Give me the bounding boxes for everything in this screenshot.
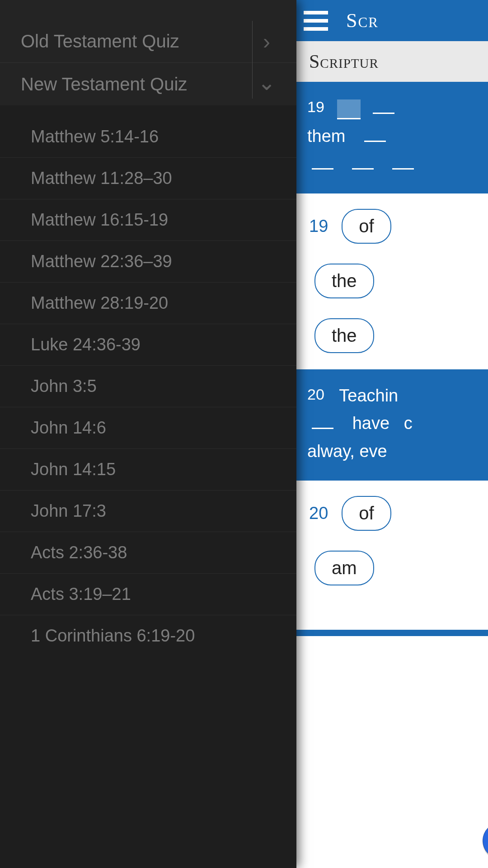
word-pool-20: 20 of am xyxy=(296,481,488,602)
main-content: Scr Scriptur 19 them 19 of the the 20 Te… xyxy=(296,0,488,868)
page-title: Scriptur xyxy=(309,51,379,72)
list-item[interactable]: Matthew 22:36–39 xyxy=(0,241,296,283)
list-item[interactable]: 1 Corinthians 6:19-20 xyxy=(0,615,296,656)
verse-text-fragment: have xyxy=(352,414,389,433)
list-item[interactable]: John 3:5 xyxy=(0,366,296,407)
verse-number: 19 xyxy=(307,98,324,115)
chevron-right-icon: › xyxy=(253,29,280,54)
hamburger-icon[interactable] xyxy=(304,5,335,37)
blank-slot[interactable] xyxy=(352,165,374,170)
list-item[interactable]: Matthew 11:28–30 xyxy=(0,158,296,199)
app-title: Scr xyxy=(346,9,379,32)
skip-button[interactable]: SKIP xyxy=(483,822,488,859)
list-item[interactable]: John 17:3 xyxy=(0,491,296,532)
vertical-divider xyxy=(252,21,253,99)
subheader: Scriptur xyxy=(296,41,488,82)
section-divider xyxy=(296,630,488,636)
navigation-drawer[interactable]: Old Testament Quiz › New Testament Quiz … xyxy=(0,0,296,868)
blank-slot[interactable] xyxy=(392,165,414,170)
blank-slot[interactable] xyxy=(312,425,333,429)
blank-slot[interactable] xyxy=(364,137,386,142)
app-header: Scr xyxy=(296,0,488,41)
list-item[interactable]: Matthew 5:14-16 xyxy=(0,113,296,158)
verse-19-block: 19 them xyxy=(296,82,488,193)
list-item[interactable]: Matthew 28:19-20 xyxy=(0,283,296,324)
list-item[interactable]: John 14:15 xyxy=(0,449,296,491)
verse-list: Matthew 5:14-16 Matthew 11:28–30 Matthew… xyxy=(0,105,296,656)
list-item[interactable]: Matthew 16:15-19 xyxy=(0,199,296,241)
word-chip-am[interactable]: am xyxy=(314,551,374,585)
verse-text-fragment: them xyxy=(307,127,345,146)
section-label: New Testament Quiz xyxy=(21,74,187,94)
verse-text-fragment: Teachin xyxy=(339,386,398,405)
list-item[interactable]: Acts 3:19–21 xyxy=(0,574,296,615)
verse-text-fragment: c xyxy=(404,414,413,433)
blank-selected[interactable] xyxy=(337,99,361,119)
blank-slot[interactable] xyxy=(373,109,394,114)
pool-number: 19 xyxy=(309,217,328,236)
verse-20-block: 20 Teachin have c alway, eve xyxy=(296,369,488,481)
word-chip-of[interactable]: of xyxy=(342,496,391,531)
word-pool-19: 19 of the the xyxy=(296,193,488,369)
verse-text-fragment: alway, eve xyxy=(307,442,387,461)
list-item[interactable]: Luke 24:36-39 xyxy=(0,324,296,366)
list-item[interactable]: John 14:6 xyxy=(0,407,296,449)
chevron-down-icon: ⌄ xyxy=(253,70,280,95)
drawer-sections: Old Testament Quiz › New Testament Quiz … xyxy=(0,0,296,105)
section-label: Old Testament Quiz xyxy=(21,31,179,52)
word-chip-of[interactable]: of xyxy=(342,209,391,244)
word-chip-the[interactable]: the xyxy=(314,318,374,353)
blank-slot[interactable] xyxy=(312,165,333,170)
footer-bar: SKIP xyxy=(296,812,488,868)
list-item[interactable]: Acts 2:36-38 xyxy=(0,532,296,574)
verse-number: 20 xyxy=(307,386,324,403)
pool-number: 20 xyxy=(309,504,328,523)
word-chip-the[interactable]: the xyxy=(314,264,374,298)
